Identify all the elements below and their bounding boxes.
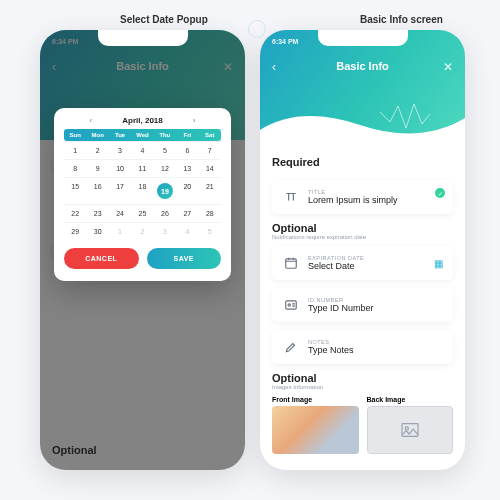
phone-popup: 6:34 PM ‹ Basic Info ✕ R O Optional ‹ Ap… <box>40 30 245 470</box>
back-image-label: Back Image <box>367 396 454 403</box>
calendar-day[interactable]: 18 <box>131 177 153 204</box>
calendar-day[interactable]: 6 <box>176 141 198 159</box>
svg-rect-0 <box>286 259 297 268</box>
check-icon <box>435 188 445 198</box>
title-field[interactable]: TITLE Lorem Ipsum is simply <box>272 180 453 214</box>
status-time: 6:34 PM <box>272 38 298 45</box>
calendar-day[interactable]: 12 <box>154 159 176 177</box>
svg-rect-3 <box>402 424 418 437</box>
id-icon <box>282 296 300 314</box>
section-required-sub <box>272 168 453 174</box>
cancel-button[interactable]: CANCEL <box>64 248 139 269</box>
calendar-day[interactable]: 29 <box>64 222 86 240</box>
phone-basic-info: 6:34 PM ‹ Basic Info ✕ Required TITLE Lo… <box>260 30 465 470</box>
date-picker-popup: ‹ April, 2018 › SunMonTueWedThuFriSat 12… <box>54 108 231 281</box>
calendar-day[interactable]: 23 <box>86 204 108 222</box>
calendar-day[interactable]: 3 <box>154 222 176 240</box>
next-month-button[interactable]: › <box>193 116 196 125</box>
calendar-day[interactable]: 28 <box>199 204 221 222</box>
calendar-day[interactable]: 27 <box>176 204 198 222</box>
section-optional: Optional <box>272 222 453 234</box>
calendar-weekday: Thu <box>154 132 176 138</box>
pencil-icon <box>282 338 300 356</box>
app-header: 6:34 PM ‹ Basic Info ✕ <box>260 30 465 140</box>
page-title: Basic Info <box>260 60 465 72</box>
calendar-weekday: Sun <box>64 132 86 138</box>
calendar-day[interactable]: 13 <box>176 159 198 177</box>
section-optional-images: Optional <box>272 372 453 384</box>
section-images-sub: Images Information <box>272 384 453 390</box>
header-wave <box>260 100 465 140</box>
calendar-day[interactable]: 1 <box>109 222 131 240</box>
calendar-weekday: Tue <box>109 132 131 138</box>
annotation-right: Basic Info screen <box>360 14 443 25</box>
prev-month-button[interactable]: ‹ <box>90 116 93 125</box>
calendar-day[interactable]: 16 <box>86 177 108 204</box>
calendar-weekday: Wed <box>131 132 153 138</box>
calendar-day[interactable]: 3 <box>109 141 131 159</box>
calendar-accent-icon: ▦ <box>434 258 443 269</box>
calendar-day[interactable]: 4 <box>131 141 153 159</box>
calendar-day[interactable]: 15 <box>64 177 86 204</box>
close-button[interactable]: ✕ <box>443 60 453 74</box>
calendar-day[interactable]: 7 <box>199 141 221 159</box>
calendar-day[interactable]: 5 <box>199 222 221 240</box>
calendar-grid: 1234567891011121314151617181920212223242… <box>64 141 221 240</box>
calendar-day[interactable]: 9 <box>86 159 108 177</box>
notch <box>318 30 408 46</box>
calendar-weekday: Fri <box>176 132 198 138</box>
front-image-label: Front Image <box>272 396 359 403</box>
annotation-left: Select Date Popup <box>120 14 208 25</box>
calendar-day[interactable]: 1 <box>64 141 86 159</box>
calendar-day[interactable]: 2 <box>86 141 108 159</box>
id-value: Type ID Number <box>308 303 443 313</box>
title-value: Lorem Ipsum is simply <box>308 195 443 205</box>
calendar-day[interactable]: 24 <box>109 204 131 222</box>
save-button[interactable]: SAVE <box>147 248 222 269</box>
notes-value: Type Notes <box>308 345 443 355</box>
notes-field[interactable]: NOTES Type Notes <box>272 330 453 364</box>
calendar-day[interactable]: 22 <box>64 204 86 222</box>
expiration-date-field[interactable]: EXPIRATION DATE Select Date ▦ <box>272 246 453 280</box>
calendar-icon <box>282 254 300 272</box>
calendar-day[interactable]: 26 <box>154 204 176 222</box>
notch <box>98 30 188 46</box>
calendar-day[interactable]: 19 <box>154 177 176 204</box>
calendar-day[interactable]: 5 <box>154 141 176 159</box>
text-icon <box>282 188 300 206</box>
calendar-day[interactable]: 2 <box>131 222 153 240</box>
calendar-day[interactable]: 30 <box>86 222 108 240</box>
calendar-day[interactable]: 10 <box>109 159 131 177</box>
calendar-day[interactable]: 20 <box>176 177 198 204</box>
id-number-field[interactable]: ID NUMBER Type ID Number <box>272 288 453 322</box>
section-required: Required <box>272 156 453 168</box>
decorative-circle <box>248 20 266 38</box>
calendar-weekday: Sat <box>199 132 221 138</box>
image-placeholder-icon <box>400 422 420 438</box>
svg-point-4 <box>405 427 408 430</box>
svg-point-2 <box>288 304 290 306</box>
section-optional-sub: Notifications require expiration date <box>272 234 453 240</box>
calendar-day[interactable]: 17 <box>109 177 131 204</box>
expiration-value: Select Date <box>308 261 443 271</box>
calendar-day[interactable]: 8 <box>64 159 86 177</box>
calendar-weekday: Mon <box>86 132 108 138</box>
calendar-day[interactable]: 14 <box>199 159 221 177</box>
calendar-day[interactable]: 11 <box>131 159 153 177</box>
back-image-tile[interactable] <box>367 406 454 454</box>
calendar-month-label: April, 2018 <box>122 116 162 125</box>
calendar-weekday-row: SunMonTueWedThuFriSat <box>64 129 221 141</box>
calendar-day[interactable]: 4 <box>176 222 198 240</box>
calendar-day[interactable]: 21 <box>199 177 221 204</box>
calendar-day[interactable]: 25 <box>131 204 153 222</box>
front-image-tile[interactable] <box>272 406 359 454</box>
